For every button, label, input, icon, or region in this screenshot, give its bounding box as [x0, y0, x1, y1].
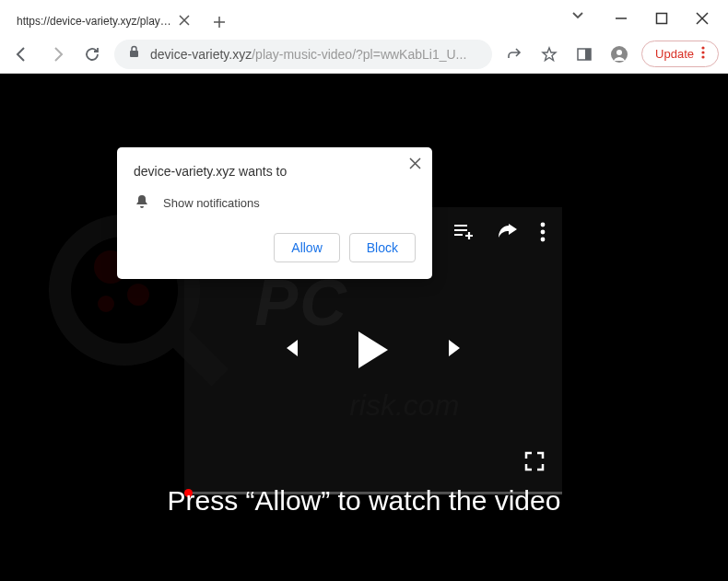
maximize-icon[interactable]	[651, 7, 673, 29]
svg-rect-1	[130, 51, 138, 57]
svg-point-16	[541, 238, 546, 242]
reload-button[interactable]	[79, 41, 105, 67]
play-icon[interactable]	[358, 331, 388, 368]
svg-point-12	[98, 296, 114, 312]
close-window-icon[interactable]	[691, 7, 713, 29]
sidepanel-icon[interactable]	[571, 41, 597, 67]
skip-previous-icon[interactable]	[277, 335, 303, 365]
svg-point-8	[701, 55, 704, 58]
permission-prompt: device-variety.xyz wants to Show notific…	[117, 147, 432, 279]
update-button[interactable]: Update	[641, 41, 719, 67]
playlist-add-icon[interactable]	[452, 220, 476, 248]
back-button[interactable]	[9, 41, 35, 67]
tab-dropdown-icon[interactable]	[570, 7, 585, 26]
svg-point-14	[541, 223, 546, 227]
address-bar[interactable]: device-variety.xyz/play-music-video/?pl=…	[114, 40, 492, 69]
allow-button[interactable]: Allow	[274, 233, 339, 262]
new-tab-button[interactable]	[206, 9, 232, 35]
svg-point-7	[701, 51, 704, 53]
more-dots-icon[interactable]	[540, 222, 546, 246]
profile-icon[interactable]	[606, 41, 632, 67]
tab-title: https://device-variety.xyz/play-m	[17, 15, 171, 28]
lock-icon	[127, 45, 141, 63]
block-button[interactable]: Block	[349, 233, 416, 262]
svg-point-5	[616, 50, 622, 55]
share-icon[interactable]	[501, 41, 527, 67]
url-text: device-variety.xyz/play-music-video/?pl=…	[150, 47, 466, 62]
browser-tab[interactable]: https://device-variety.xyz/play-m	[7, 7, 201, 35]
cta-text: Press “Allow” to watch the video	[0, 485, 728, 517]
forward-button[interactable]	[44, 41, 70, 67]
close-icon[interactable]	[409, 157, 421, 173]
bell-icon	[134, 193, 150, 213]
close-tab-icon[interactable]	[179, 15, 192, 28]
skip-next-icon[interactable]	[443, 335, 469, 365]
page-content: PC risk.com Press “Allow” to watch the v…	[0, 74, 728, 581]
svg-point-11	[127, 284, 149, 306]
share-arrow-icon[interactable]	[496, 220, 520, 248]
svg-point-6	[701, 46, 704, 49]
fullscreen-icon[interactable]	[523, 450, 546, 476]
menu-dots-icon	[701, 46, 705, 62]
svg-point-15	[541, 230, 546, 235]
svg-rect-0	[657, 14, 667, 24]
update-label: Update	[655, 47, 694, 61]
permission-desc: Show notifications	[163, 196, 260, 210]
permission-title: device-variety.xyz wants to	[134, 164, 416, 179]
bookmark-icon[interactable]	[536, 41, 562, 67]
svg-rect-3	[585, 49, 591, 60]
minimize-icon[interactable]	[610, 7, 632, 29]
